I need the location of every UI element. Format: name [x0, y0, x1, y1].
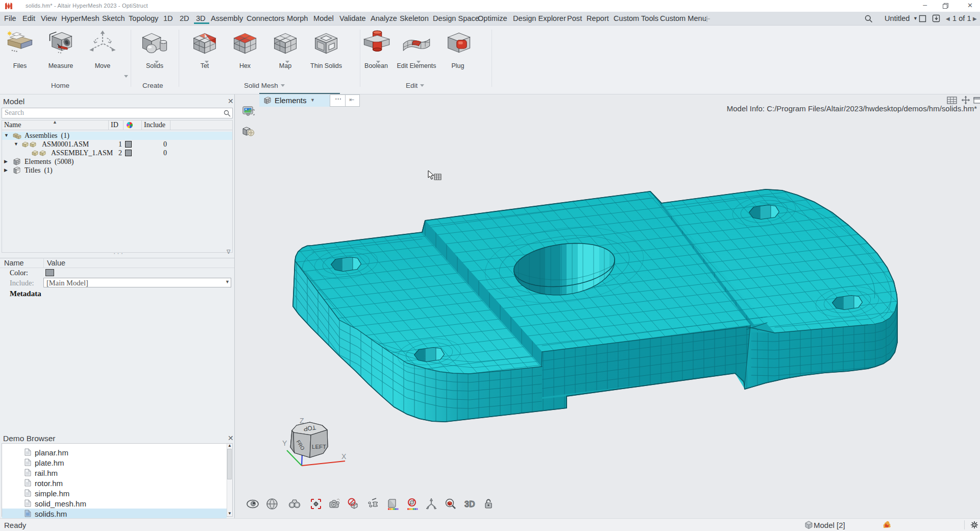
svg-text:LEFT: LEFT	[312, 444, 326, 450]
svg-text:X: X	[341, 452, 347, 461]
svg-text:3D: 3D	[464, 500, 475, 509]
svg-text:Y: Y	[282, 439, 287, 447]
